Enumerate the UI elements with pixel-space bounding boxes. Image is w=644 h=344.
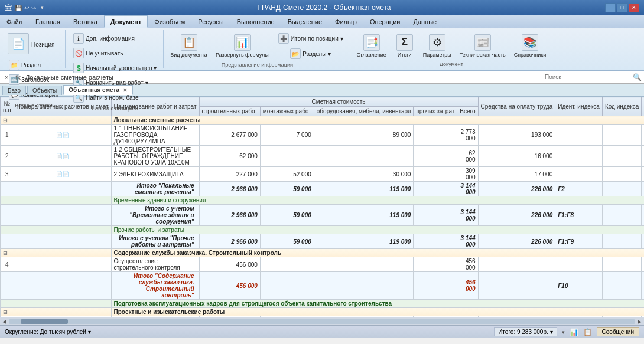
table-row[interactable]: 4 Осуществление строительного контроля 4… (1, 257, 645, 272)
tab-execute[interactable]: Выполнение (230, 15, 281, 28)
sub3-kod (602, 234, 641, 249)
close-button[interactable]: ✕ (629, 3, 639, 12)
sec5-empty2 (14, 300, 111, 308)
spravochniki-label: Справочники (514, 52, 547, 58)
quick-redo[interactable]: ↪ (31, 5, 36, 11)
tab-physvol[interactable]: Физобъем (148, 15, 191, 28)
sub4-ident: Г10 (555, 272, 603, 300)
itogi-pos-button[interactable]: ➕ Итоги по позиции ▾ (274, 31, 347, 45)
table-row[interactable]: 2 📄📄 1-2 ОБЩЕСТРОИТЕЛЬНЫЕ РАБОТЫ. ОГРАЖД… (1, 146, 645, 167)
parametry-button[interactable]: ⚙ Параметры (420, 32, 454, 60)
sub4-equip (314, 272, 414, 300)
tab-filter[interactable]: Фильтр (328, 15, 363, 28)
row2-proch (414, 146, 457, 167)
tab-insert[interactable]: Вставка (67, 15, 104, 28)
formula-x-button[interactable]: × (2, 74, 11, 81)
sub1-equip: 119 000 (314, 182, 414, 196)
not-count-label: Не учитывать (86, 50, 123, 57)
tab-operations[interactable]: Операции (363, 15, 406, 28)
razdel-button[interactable]: 📁 Раздел (5, 58, 45, 72)
parametry-icon: ⚙ (429, 34, 445, 51)
messages-button[interactable]: Сообщений (597, 327, 639, 336)
expand-formula-button[interactable]: 📊 Развернуть формулы (213, 32, 272, 60)
row4-ident (555, 257, 603, 272)
sub3-label: Итого с учетом "Прочие работы и затраты" (111, 234, 199, 249)
sub3-oplata: 226 000 (478, 234, 555, 249)
tab-baza[interactable]: Базо (2, 86, 26, 95)
razdely-button[interactable]: 📂 Разделы ▾ (274, 47, 347, 61)
status-rounding[interactable]: Округление: До тысяч рублей ▾ (5, 329, 91, 335)
tab-document[interactable]: Документ (104, 15, 148, 28)
formula-fx-button[interactable]: fx (13, 74, 23, 81)
sub3-stroit: 2 966 000 (199, 234, 260, 249)
row1-vsego: 2 773 000 (457, 125, 478, 146)
sec4-empty (14, 249, 111, 257)
find-base-label: Найти в норм. базе (86, 94, 138, 101)
hscroll-left[interactable]: ◀ (0, 319, 9, 325)
table-row[interactable]: 1 📄📄 1-1 ПНЕВМОИСПЫТАНИЕ ГАЗОПРОВОДА ДУ1… (1, 125, 645, 146)
section-temp-buildings: Временные здания и сооружения (1, 196, 645, 205)
sub1-label: Итого "Локальные сметные расчеты" (111, 182, 199, 196)
price-level-label: Начальный уровень цен ▾ (86, 65, 157, 71)
row4-num: 4 (1, 257, 14, 272)
sub4-num2 (14, 272, 111, 300)
subh-stroit: строительных работ (199, 107, 260, 116)
price-level-button[interactable]: 💲 Начальный уровень цен ▾ (69, 61, 161, 75)
tab-selection[interactable]: Выделение (281, 15, 328, 28)
row3-ident (555, 167, 603, 182)
minimize-button[interactable]: ─ (605, 3, 616, 12)
tab-obekty[interactable]: Объекты (27, 86, 62, 95)
tab-data[interactable]: Данные (406, 15, 443, 28)
messages-label: Сообщений (602, 329, 634, 335)
hscroll-track[interactable] (9, 319, 635, 324)
sub2-num (1, 205, 14, 226)
section-prochie: Прочие работы и затраты (1, 226, 645, 234)
tab-main[interactable]: Главная (29, 15, 67, 28)
sub4-oplata (478, 272, 555, 300)
oglavlenie-button[interactable]: 📑 Оглавление (354, 32, 389, 60)
sub2-stroit: 2 966 000 (199, 205, 260, 226)
status-total[interactable]: Итого: 9 283 000р. ▾ (494, 327, 557, 336)
window-title: ГРАНД-Смете 2020.2 - Объектная смета (258, 4, 391, 12)
row1-num: 1 (1, 125, 14, 146)
row1-kod (602, 125, 641, 146)
quick-save[interactable]: 💾 (15, 5, 22, 11)
row4-equip (314, 257, 414, 272)
row3-icons: 📄📄 (14, 167, 111, 182)
expand-formula-icon: 📊 (234, 34, 251, 51)
razdel-label: Раздел (21, 62, 41, 68)
sub2-kod (602, 205, 641, 226)
row5-vsego: 4 696 000 (457, 316, 478, 317)
row4-kod (602, 257, 641, 272)
spravochniki-button[interactable]: 📚 Справочники (511, 32, 549, 60)
search-icon[interactable]: 🔍 (633, 73, 642, 81)
tab-objectnaya-smeta[interactable]: Объектная смета ✕ (63, 85, 132, 95)
sub2-montaj: 59 000 (260, 205, 314, 226)
expand-formula-label: Развернуть формулы (216, 52, 269, 58)
status-arrow[interactable]: ▾ (562, 329, 565, 335)
tech-chast-button[interactable]: 📰 Техническая часть (457, 32, 509, 60)
itogi-button[interactable]: Σ Итоги (392, 32, 418, 60)
row1-uroven: БИМ (642, 125, 644, 146)
tab-resources[interactable]: Ресурсы (191, 15, 230, 28)
search-input[interactable] (542, 73, 630, 81)
main-table-container[interactable]: №п.п Номера сметных расчетов и смет Наим… (0, 97, 644, 317)
itogi-label: Итоги (398, 52, 412, 58)
not-count-button[interactable]: 🚫 Не учитывать (69, 46, 127, 60)
maximize-button[interactable]: □ (617, 3, 627, 12)
sub1-oplata: 226 000 (478, 182, 555, 196)
hscroll-thumb[interactable] (21, 319, 68, 324)
view-doc-button[interactable]: 📋 Вид документа (167, 32, 210, 60)
hscroll-right[interactable]: ▶ (635, 319, 644, 325)
position-button[interactable]: 📄 Позиция (5, 31, 58, 57)
tab-file[interactable]: Файл (0, 15, 29, 28)
view-doc-label: Вид документа (170, 52, 207, 58)
hscroll-bar[interactable]: ◀ ▶ (0, 317, 644, 325)
quick-undo[interactable]: ↩ (24, 5, 29, 11)
row3-vsego: 309 000 (457, 167, 478, 182)
sub4-montaj (260, 272, 314, 300)
dop-info-button[interactable]: ℹ Доп. информация (69, 31, 139, 45)
table-row[interactable]: 3 📄📄 2 ЭЛЕКТРОХИМЗАЩИТА 227 000 52 000 3… (1, 167, 645, 182)
row4-montaj (260, 257, 314, 272)
tab-close-icon[interactable]: ✕ (123, 87, 128, 93)
